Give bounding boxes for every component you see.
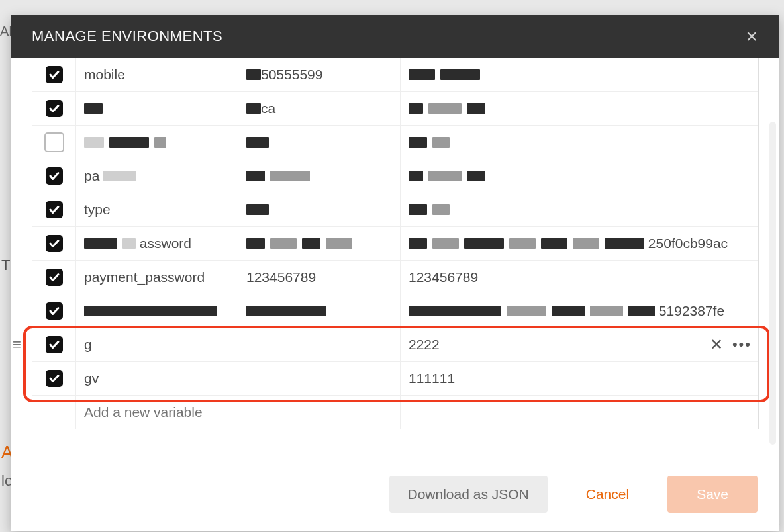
modal-header: MANAGE ENVIRONMENTS × [11,15,779,58]
row-checkbox[interactable] [44,132,64,152]
initial-value-input[interactable] [238,126,401,159]
initial-value-input[interactable]: 123456789 [238,261,401,294]
table-row: payment_password123456789123456789 [32,261,758,294]
initial-value-input[interactable] [238,328,401,361]
new-current-value-input[interactable] [401,396,758,429]
new-variable-input[interactable] [84,404,238,420]
table-row: 5192387fe [32,294,758,328]
download-json-button[interactable]: Download as JSON [389,476,548,513]
current-value-input[interactable] [401,126,758,159]
current-value-input[interactable]: 111111 [401,362,758,395]
row-actions: ✕••• [710,335,752,354]
table-row: g2222≡✕••• [32,328,758,362]
row-checkbox[interactable] [46,302,63,320]
table-row [32,126,758,159]
current-value-input[interactable]: 2222 [401,328,758,361]
row-checkbox-cell [32,328,76,361]
row-checkbox-cell [32,261,76,294]
initial-value-input[interactable] [238,193,401,226]
variable-key-input[interactable]: gv [76,362,238,395]
row-checkbox-cell [32,294,76,328]
initial-value-input[interactable] [238,294,401,328]
row-checkbox-cell [32,159,76,193]
current-value-input[interactable] [401,58,758,91]
table-row: type [32,193,758,227]
initial-value-input[interactable] [238,227,401,260]
row-checkbox[interactable] [46,100,63,117]
row-checkbox[interactable] [46,269,63,286]
modal-title: MANAGE ENVIRONMENTS [32,28,222,45]
variable-key-input[interactable]: assword [76,227,238,260]
current-value-input[interactable]: 250f0cb99ac [401,227,758,260]
row-checkbox[interactable] [46,370,63,387]
variable-key-input[interactable] [76,294,238,328]
initial-value-input[interactable]: 50555599 [238,58,401,91]
more-options-icon[interactable]: ••• [732,336,752,353]
current-value-input[interactable] [401,159,758,193]
row-checkbox-cell [32,126,76,159]
table-row: gv111111 [32,362,758,396]
row-checkbox[interactable] [46,66,63,83]
drag-handle-icon[interactable]: ≡ [13,337,21,352]
variable-key-input[interactable]: payment_password [76,261,238,294]
current-value-input[interactable] [401,193,758,226]
variable-key-input[interactable]: mobile [76,58,238,91]
variable-key-input[interactable] [76,92,238,125]
initial-value-input[interactable] [238,159,401,193]
variables-table: mobile50555599capa type assword 250f0cb9… [32,58,759,429]
row-checkbox[interactable] [46,235,63,252]
table-row: assword 250f0cb99ac [32,227,758,261]
variable-key-input[interactable] [76,126,238,159]
row-checkbox[interactable] [46,336,63,353]
row-checkbox[interactable] [46,201,63,218]
scrollbar-track[interactable] [769,122,776,445]
row-checkbox-cell [32,396,76,429]
variable-key-input[interactable]: g [76,328,238,361]
row-checkbox-cell [32,227,76,260]
current-value-input[interactable] [401,92,758,125]
new-variable-key-input[interactable] [76,396,238,429]
row-checkbox-cell [32,193,76,226]
delete-row-icon[interactable]: ✕ [710,335,723,354]
row-checkbox-cell [32,58,76,91]
row-checkbox-cell [32,92,76,125]
new-variable-row [32,396,758,429]
modal-footer: Download as JSON Cancel Save [11,458,779,531]
table-row: mobile50555599 [32,58,758,92]
initial-value-input[interactable]: ca [238,92,401,125]
new-initial-value-input[interactable] [238,396,401,429]
variable-key-input[interactable]: pa [76,159,238,193]
table-row: ca [32,92,758,126]
manage-environments-modal: MANAGE ENVIRONMENTS × mobile50555599capa… [11,15,779,531]
cancel-button[interactable]: Cancel [567,476,648,513]
row-checkbox-cell [32,362,76,395]
bg-text: T [1,257,10,274]
current-value-input[interactable]: 5192387fe [401,294,758,328]
initial-value-input[interactable] [238,362,401,395]
modal-body: mobile50555599capa type assword 250f0cb9… [11,58,779,458]
close-icon[interactable]: × [746,26,758,46]
current-value-input[interactable]: 123456789 [401,261,758,294]
row-checkbox[interactable] [46,167,63,185]
table-row: pa [32,159,758,193]
save-button[interactable]: Save [667,476,758,513]
variable-key-input[interactable]: type [76,193,238,226]
